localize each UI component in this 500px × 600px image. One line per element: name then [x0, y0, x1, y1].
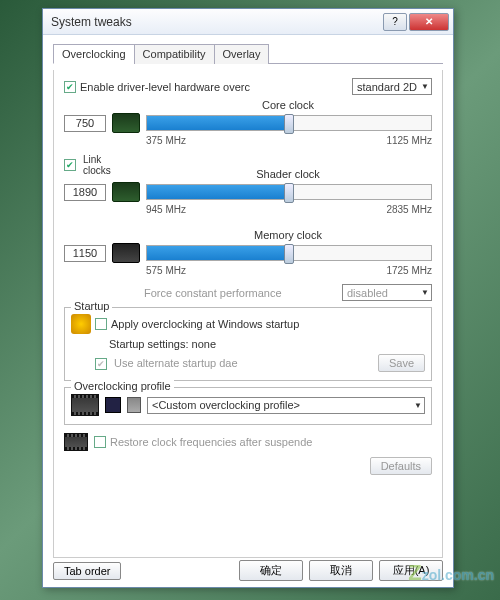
enable-row: ✔ Enable driver-level hardware overc sta… — [64, 78, 432, 95]
defaults-button: Defaults — [370, 457, 432, 475]
force-label: Force constant performance — [144, 287, 282, 299]
memory-max: 1725 MHz — [386, 265, 432, 276]
film-icon-2 — [64, 433, 88, 451]
core-clock-slider[interactable] — [146, 115, 432, 131]
startup-group: Startup Apply overclocking at Windows st… — [64, 307, 432, 381]
startup-settings: Startup settings: none — [109, 338, 216, 350]
core-max: 1125 MHz — [386, 135, 432, 146]
restore-label: Restore clock frequencies after suspende — [110, 436, 312, 448]
alt-startup-checkbox: ✔ — [95, 358, 107, 370]
apply-startup-label: Apply overclocking at Windows startup — [111, 318, 299, 330]
shader-max: 2835 MHz — [386, 204, 432, 215]
startup-title: Startup — [71, 300, 112, 312]
ok-button[interactable]: 确定 — [239, 560, 303, 581]
ram-chip-icon — [112, 243, 140, 263]
tab-overlay[interactable]: Overlay — [214, 44, 270, 64]
cancel-button[interactable]: 取消 — [309, 560, 373, 581]
help-button[interactable]: ? — [383, 13, 407, 31]
core-clock-block: Core clock 750 375 MHz 1125 MHz — [64, 99, 432, 146]
oc-profile-title: Overclocking profile — [71, 380, 174, 392]
force-row: Force constant performance disabled — [144, 284, 432, 301]
tab-content: ✔ Enable driver-level hardware overc sta… — [53, 70, 443, 558]
link-checkbox[interactable]: ✔ — [64, 159, 76, 171]
restore-row: Restore clock frequencies after suspende — [64, 433, 432, 451]
shader-clock-slider[interactable] — [146, 184, 432, 200]
system-tweaks-window: System tweaks ? ✕ Overclocking Compatibi… — [42, 8, 454, 588]
shader-clock-label: Shader clock — [144, 168, 432, 180]
disk-icon[interactable] — [105, 397, 121, 413]
enable-checkbox[interactable]: ✔ — [64, 81, 76, 93]
apply-startup-checkbox[interactable] — [95, 318, 107, 330]
trash-icon[interactable] — [127, 397, 141, 413]
window-body: Overclocking Compatibility Overlay ✔ Ena… — [43, 35, 453, 566]
save-button: Save — [378, 354, 425, 372]
restore-checkbox — [94, 436, 106, 448]
profile-select[interactable]: standard 2D — [352, 78, 432, 95]
tab-row: Overclocking Compatibility Overlay — [53, 43, 443, 64]
enable-label: Enable driver-level hardware overc — [80, 81, 352, 93]
footer: Tab order 确定 取消 应用(A) — [53, 560, 443, 581]
shader-clock-value[interactable]: 1890 — [64, 184, 106, 201]
memory-clock-value[interactable]: 1150 — [64, 245, 106, 262]
memory-clock-label: Memory clock — [144, 229, 432, 241]
titlebar[interactable]: System tweaks ? ✕ — [43, 9, 453, 35]
oc-profile-select[interactable]: <Custom overclocking profile> — [147, 397, 425, 414]
film-icon — [71, 394, 99, 416]
tab-compatibility[interactable]: Compatibility — [134, 44, 215, 64]
force-select: disabled — [342, 284, 432, 301]
core-min: 375 MHz — [146, 135, 186, 146]
memory-clock-slider[interactable] — [146, 245, 432, 261]
memory-min: 575 MHz — [146, 265, 186, 276]
oc-profile-group: Overclocking profile <Custom overclockin… — [64, 387, 432, 425]
memory-clock-block: Memory clock 1150 575 MHz 1725 MHz — [64, 229, 432, 276]
core-clock-value[interactable]: 750 — [64, 115, 106, 132]
shader-clock-block: Shader clock 1890 945 MHz 2835 MHz — [64, 168, 432, 215]
gpu-chip-icon — [112, 113, 140, 133]
tab-overclocking[interactable]: Overclocking — [53, 44, 135, 64]
close-button[interactable]: ✕ — [409, 13, 449, 31]
startup-icon — [71, 314, 91, 334]
alt-startup-label: Use alternate startup dae — [114, 357, 238, 369]
apply-button[interactable]: 应用(A) — [379, 560, 443, 581]
core-clock-label: Core clock — [144, 99, 432, 111]
link-label: Link clocks — [83, 154, 111, 176]
titlebar-buttons: ? ✕ — [383, 13, 449, 31]
window-title: System tweaks — [51, 15, 383, 29]
shader-min: 945 MHz — [146, 204, 186, 215]
tab-order-button[interactable]: Tab order — [53, 562, 121, 580]
gpu-chip-icon — [112, 182, 140, 202]
